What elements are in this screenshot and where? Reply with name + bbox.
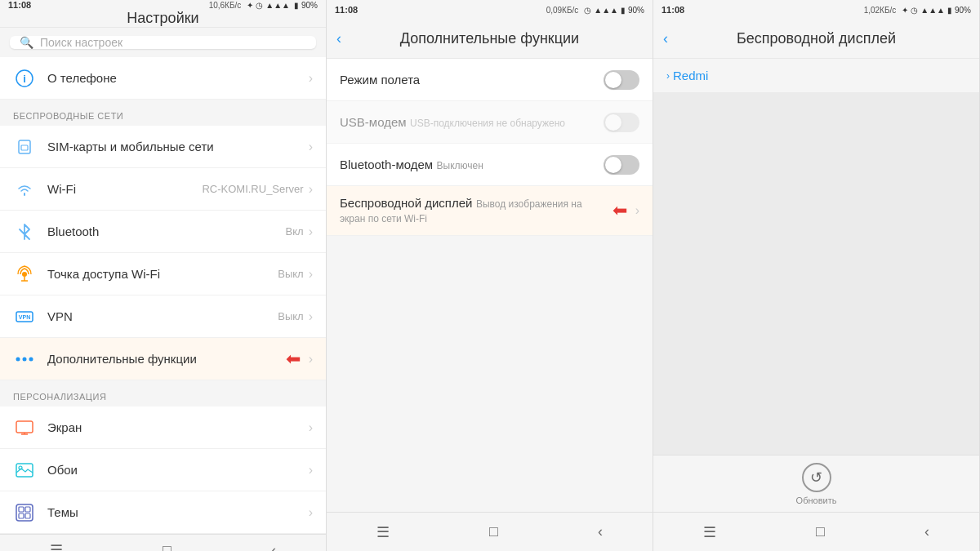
speed-3: 1,02КБ/с (864, 6, 897, 15)
list-item-themes[interactable]: Темы › (0, 491, 326, 534)
themes-chevron: › (309, 505, 313, 520)
svg-rect-12 (16, 421, 33, 433)
list-item-extra[interactable]: Дополнительные функции ⬅ › (0, 338, 326, 380)
vpn-content: VPN (47, 309, 278, 324)
bottom-nav-3: ☰ □ ‹ (653, 512, 979, 551)
vpn-right: Выкл › (278, 309, 313, 324)
bt-modem-subtitle: Выключен (437, 160, 483, 171)
search-icon: 🔍 (20, 36, 33, 49)
hotspot-icon (13, 263, 36, 286)
search-placeholder: Поиск настроек (40, 36, 122, 49)
bluetooth-content: Bluetooth (47, 224, 286, 239)
about-chevron: › (309, 71, 313, 86)
back-btn-nav-3[interactable]: ‹ (908, 517, 946, 547)
wireless-display-content: Беспроводной дисплей Вывод изображения н… (340, 196, 609, 225)
svg-point-11 (29, 357, 33, 361)
airplane-toggle[interactable] (604, 70, 639, 90)
list-item-wifi[interactable]: Wi-Fi RC-KOMI.RU_Server › (0, 168, 326, 211)
wireless-display-right: ⬅ › (609, 200, 639, 221)
bt-modem-toggle[interactable] (604, 155, 639, 175)
usb-subtitle: USB-подключения не обнаружено (410, 118, 565, 129)
wifi-content: Wi-Fi (47, 182, 202, 197)
extra-title-header: Дополнительные функции (400, 30, 579, 47)
bluetooth-icon: ✦ (247, 1, 253, 10)
refresh-button[interactable]: ↺ (802, 463, 831, 492)
dots-icon (13, 348, 36, 371)
settings-title: Настройки (127, 10, 198, 27)
bluetooth-title: Bluetooth (47, 224, 99, 238)
red-arrow-2: ⬅ (612, 200, 627, 221)
settings-header: Настройки (0, 10, 326, 28)
wireless-display-title: Беспроводной дисплей (340, 196, 472, 210)
info-icon: i (13, 67, 36, 90)
status-icons-2: 0,09КБ/с ◷ ▲▲▲ ▮ 90% (546, 6, 644, 15)
svg-text:i: i (23, 73, 26, 85)
hamburger-btn-3[interactable]: ☰ (687, 517, 733, 548)
list-item-screen[interactable]: Экран › (0, 407, 326, 449)
bluetooth-right: Вкл › (286, 224, 313, 239)
back-btn-nav-2[interactable]: ‹ (581, 517, 619, 547)
search-bar[interactable]: 🔍 Поиск настроек (10, 36, 316, 49)
extra-right: ⬅ › (283, 349, 313, 370)
usb-title: USB-модем (340, 115, 407, 129)
back-btn-1[interactable]: ‹ (255, 535, 292, 552)
usb-toggle (604, 113, 639, 132)
sim-icon (13, 136, 36, 158)
bluetooth-icon-3: ✦ (902, 6, 908, 15)
bt-modem-content: Bluetooth-модем Выключен (340, 158, 604, 172)
svg-rect-2 (19, 140, 30, 153)
panel-extra-functions: 11:08 0,09КБ/с ◷ ▲▲▲ ▮ 90% ‹ Дополнитель… (327, 0, 653, 551)
extra-header: ‹ Дополнительные функции (327, 20, 653, 59)
list-item-sim[interactable]: SIM-карты и мобильные сети › (0, 126, 326, 168)
wallpaper-chevron: › (309, 463, 313, 478)
wireless-title-header: Беспроводной дисплей (737, 30, 896, 47)
bluetooth-status: Вкл (286, 225, 304, 238)
alarm-icon: ◷ (256, 1, 263, 10)
time-2: 11:08 (335, 5, 358, 15)
list-item-airplane[interactable]: Режим полета (327, 59, 653, 101)
section-personal-label: ПЕРСОНАЛИЗАЦИЯ (0, 380, 326, 407)
svg-point-16 (19, 466, 22, 469)
extra-chevron: › (309, 352, 313, 367)
home-btn-2[interactable]: □ (473, 517, 514, 547)
list-item-hotspot[interactable]: Точка доступа Wi-Fi Выкл › (0, 253, 326, 295)
hamburger-btn-2[interactable]: ☰ (360, 517, 406, 548)
redmi-link[interactable]: › Redmi (653, 59, 979, 92)
list-item-bluetooth[interactable]: Bluetooth Вкл › (0, 211, 326, 253)
home-btn-1[interactable]: □ (146, 535, 188, 552)
status-bar-3: 11:08 1,02КБ/с ✦ ◷ ▲▲▲ ▮ 90% (653, 0, 979, 20)
extra-content: Дополнительные функции (47, 352, 283, 367)
wifi-chevron: › (309, 182, 313, 197)
svg-text:VPN: VPN (19, 314, 30, 320)
signal-icon: ▲▲▲ (265, 1, 290, 10)
themes-title: Темы (47, 505, 78, 519)
section-wireless-label: БЕСПРОВОДНЫЕ СЕТИ (0, 100, 326, 126)
hamburger-btn-1[interactable]: ☰ (33, 535, 79, 551)
sim-content: SIM-карты и мобильные сети (47, 140, 309, 154)
list-item-wallpaper[interactable]: Обои › (0, 449, 326, 491)
airplane-toggle-knob (605, 72, 621, 88)
svg-rect-3 (21, 145, 28, 150)
battery-icon-2: ▮ (621, 6, 626, 15)
list-item-wireless-display[interactable]: Беспроводной дисплей Вывод изображения н… (327, 186, 653, 236)
wireless-header: ‹ Беспроводной дисплей (653, 20, 979, 59)
svg-rect-21 (25, 513, 30, 518)
screen-title: Экран (47, 420, 82, 434)
extra-title: Дополнительные функции (47, 352, 197, 366)
list-item-vpn[interactable]: VPN VPN Выкл › (0, 295, 326, 338)
themes-content: Темы (47, 505, 309, 520)
refresh-label: Обновить (796, 495, 837, 505)
signal-icon-3: ▲▲▲ (920, 6, 945, 15)
bluetooth-chevron: › (309, 224, 313, 239)
list-item-bt-modem[interactable]: Bluetooth-модем Выключен (327, 144, 653, 186)
status-bar-2: 11:08 0,09КБ/с ◷ ▲▲▲ ▮ 90% (327, 0, 653, 20)
svg-rect-19 (25, 507, 30, 512)
back-button-2[interactable]: ‹ (336, 30, 341, 47)
back-button-3[interactable]: ‹ (663, 30, 668, 47)
panel-settings: 11:08 10,6КБ/с ✦ ◷ ▲▲▲ ▮ 90% Настройки 🔍… (0, 0, 327, 551)
home-btn-3[interactable]: □ (800, 517, 841, 547)
bt-modem-title: Bluetooth-модем (340, 158, 433, 171)
bluetooth-icon-item (13, 220, 36, 243)
panel-wireless-display: 11:08 1,02КБ/с ✦ ◷ ▲▲▲ ▮ 90% ‹ Беспровод… (653, 0, 980, 551)
list-item-about[interactable]: i О телефоне › (0, 57, 326, 100)
